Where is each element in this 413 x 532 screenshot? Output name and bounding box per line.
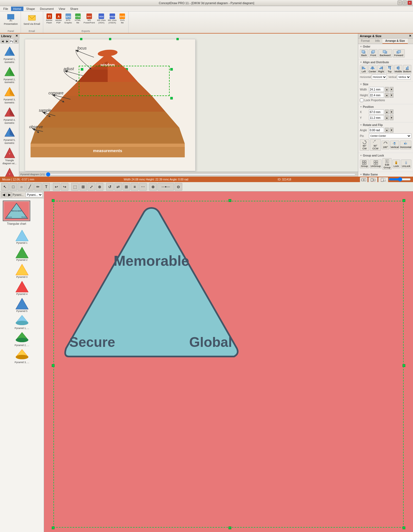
line-tool[interactable]: ╱ [26, 183, 34, 191]
backward-button[interactable]: Backward [378, 49, 392, 57]
x-up[interactable]: ▲ [385, 109, 389, 114]
undo-tool[interactable]: ↩ [53, 183, 60, 191]
ellipse-tool[interactable]: ○ [18, 183, 25, 191]
sel-handle-bl[interactable] [52, 526, 55, 529]
vertical-select[interactable]: Vertical [397, 75, 411, 79]
library-dropdown-btn[interactable]: ▼ [14, 39, 18, 43]
minimize-button[interactable]: ─ [398, 1, 402, 5]
ungroup-button[interactable]: UnGroup [370, 160, 382, 168]
flip-vertical-button[interactable]: Vertical [390, 141, 399, 149]
lock-button[interactable]: Lock [392, 160, 400, 168]
select-tool[interactable]: ↖ [1, 183, 9, 191]
tab-format[interactable]: Format [358, 39, 373, 44]
zoom-in-tool[interactable]: ⊕ [149, 183, 157, 191]
library-forward-btn[interactable]: ▶ [5, 39, 9, 43]
library-item-3[interactable]: Pyramid 4,isometric [1, 106, 18, 125]
angle-up[interactable]: ▲ [385, 128, 389, 133]
x-down[interactable]: ▼ [390, 109, 393, 114]
zoom-fit-tool[interactable]: ⊞ [79, 183, 87, 191]
redo-tool[interactable]: ↪ [61, 183, 69, 191]
zoom-slider[interactable] [389, 178, 411, 180]
nav-forward-btn[interactable]: ▶ [7, 192, 12, 197]
align-right-button[interactable]: Right [377, 65, 385, 74]
height-down[interactable]: ▼ [390, 93, 393, 98]
sel-handle-bc[interactable] [229, 526, 231, 529]
rotate-180-button[interactable]: 180° [382, 141, 389, 149]
more-tool[interactable]: ⋯ [139, 183, 147, 191]
connect-tool[interactable]: ⬚ [71, 183, 79, 191]
zoom-out-tool[interactable]: ⊖ [175, 183, 182, 191]
pin-select[interactable]: Center-Center Center Right [369, 133, 411, 138]
close-button[interactable]: ✕ [407, 1, 412, 5]
flip-horizontal-button[interactable]: Horizontal [400, 141, 411, 149]
back-button[interactable]: Back [360, 49, 368, 57]
library-search[interactable] [10, 39, 13, 43]
x-input[interactable] [369, 109, 384, 114]
front-button[interactable]: Front [369, 49, 377, 57]
shape-item-pyramid1[interactable]: Pyramid 1 [1, 229, 43, 245]
library-close[interactable]: ✕ [15, 34, 18, 38]
svg-button[interactable]: SVG SVGfile [118, 13, 127, 25]
shape-item-pyramid5[interactable]: Pyramid 5 [1, 297, 43, 313]
html-button[interactable]: HTML HTMLfile [74, 13, 82, 25]
connector-tool[interactable]: ⤢ [88, 183, 95, 191]
shape-item-pyramid2[interactable]: Pyramid 2 [1, 246, 43, 262]
menu-file[interactable]: File [1, 7, 10, 11]
zoom-slider-tool[interactable]: ──●── [157, 183, 174, 191]
sel-handle-br[interactable] [403, 526, 405, 529]
height-up[interactable]: ▲ [385, 93, 389, 98]
shape-item-pyramid1-iso[interactable]: Pyramid 1, ... [1, 314, 43, 330]
align-bottom-button[interactable]: Bottom [403, 65, 411, 74]
align-center-button[interactable]: Center [368, 65, 376, 74]
width-input[interactable] [369, 87, 384, 92]
library-item-5[interactable]: T Trianglediagram wi... [1, 146, 18, 166]
y-up[interactable]: ▲ [385, 115, 389, 120]
rotate-tool[interactable]: ↺ [106, 183, 114, 191]
canvas-scroll[interactable]: knowledge information data facts [19, 34, 358, 177]
tab-arrange-size[interactable]: Arrange & Size [382, 39, 407, 44]
panel-close[interactable]: ✕ [409, 34, 411, 38]
adobe-pdf-button[interactable]: A AdobePDF [54, 13, 63, 25]
rotate-90ccw-button[interactable]: 90° CCW [370, 139, 381, 151]
h-scroll-slider[interactable] [46, 173, 356, 176]
menu-document[interactable]: Document [38, 7, 56, 11]
align-top-button[interactable]: Top [386, 65, 393, 74]
breadcrumb-select[interactable]: Pyrami... [26, 192, 43, 197]
nav-back-btn[interactable]: ◀ [1, 192, 6, 197]
library-item-4[interactable]: Pyramid 5,isometric [1, 126, 18, 145]
width-up[interactable]: ▲ [385, 87, 389, 92]
horizontal-select[interactable]: Horizontal [372, 75, 387, 79]
rectangle-tool[interactable]: □ [9, 183, 17, 191]
edit-group-button[interactable]: E EditGroup [382, 158, 392, 170]
library-item-0[interactable]: Pyramid 1,isometric [1, 45, 18, 64]
y-down[interactable]: ▼ [390, 115, 393, 120]
width-down[interactable]: ▼ [390, 87, 393, 92]
shape-item-pyramid3[interactable]: Pyramid 3 [1, 263, 43, 279]
shape-item-pyramid4[interactable]: Pyramid 4 [1, 280, 43, 296]
ms-powerpoint-button[interactable]: PPT MSPowerPoint [83, 13, 96, 25]
library-item-1[interactable]: Pyramid 2,isometric [1, 65, 18, 85]
tab-info[interactable]: Info [373, 39, 383, 44]
shape-item-pyramid2-iso[interactable]: Pyramid 2, ... [1, 331, 43, 347]
angle-input[interactable] [369, 128, 384, 133]
adobe-flash-button[interactable]: Fl AdobeFlash [45, 13, 54, 25]
maximize-button[interactable]: □ [403, 1, 407, 5]
menu-home[interactable]: Home [11, 7, 23, 11]
shape-item-more[interactable]: Pyramid 3, ... [1, 348, 43, 364]
group-button[interactable]: Group [360, 160, 369, 168]
angle-down[interactable]: ▼ [390, 128, 393, 133]
library-back-btn[interactable]: ◀ [1, 39, 5, 43]
lock-proportions-checkbox[interactable] [360, 98, 363, 102]
ms-visio-vsdx-button[interactable]: VSDX MS Visio(VSDX) [107, 13, 117, 25]
height-input[interactable] [369, 93, 384, 98]
align-middle-button[interactable]: Middle [394, 65, 402, 74]
pencil-tool[interactable]: ✏ [34, 183, 42, 191]
ms-visio-vdx-button[interactable]: VDX MS Visio(VDX) [96, 13, 107, 25]
flip-tool[interactable]: ⇄ [114, 183, 122, 191]
rotate-90cw-button[interactable]: 90° CW [360, 139, 369, 151]
sel-handle-mr[interactable] [403, 364, 405, 367]
arrange-tool[interactable]: ⊞ [123, 183, 130, 191]
send-email-button[interactable]: Send via Email [23, 13, 41, 26]
eps-button[interactable]: EPS EPSGraphic [64, 13, 73, 25]
menu-shape[interactable]: Shape [24, 7, 37, 11]
